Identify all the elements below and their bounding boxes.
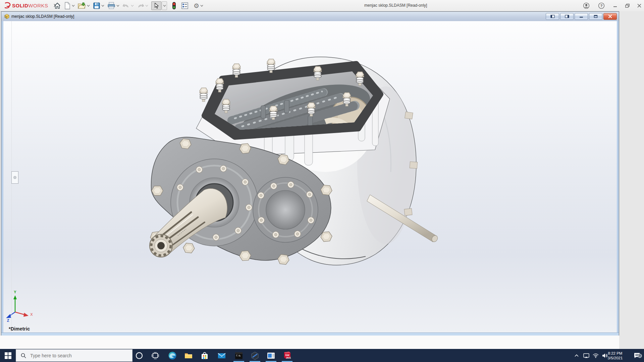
restore-icon	[625, 3, 630, 8]
doc-border-right	[617, 21, 619, 335]
triad-x-label: X	[30, 312, 33, 316]
doc-minimize-button[interactable]	[575, 13, 588, 20]
minimize-button[interactable]	[611, 2, 619, 10]
taskbar-item-media-app[interactable]	[264, 349, 278, 362]
taskbar-item-solidworks[interactable]: SW 2021	[280, 349, 294, 362]
save-dropdown[interactable]	[101, 5, 104, 7]
home-button[interactable]	[54, 2, 61, 9]
options-dropdown[interactable]	[200, 5, 203, 7]
document-window: menjac sklop.SLDASM [Read-only]	[1, 11, 619, 336]
taskbar-item-command-prompt[interactable]: C:\	[232, 349, 246, 362]
start-button[interactable]	[1, 349, 15, 362]
wifi-icon	[593, 353, 599, 358]
app-titlebar: SOLIDWORKS	[0, 0, 644, 11]
account-button[interactable]	[582, 2, 590, 10]
select-tool[interactable]	[151, 1, 167, 10]
mail-icon	[217, 351, 226, 360]
search-icon	[21, 353, 26, 358]
taskbar-item-task-view[interactable]	[149, 349, 162, 362]
brand-solid: SOLID	[12, 3, 28, 8]
select-tool-dropdown[interactable]	[162, 1, 167, 10]
select-tool-active-box[interactable]	[151, 1, 161, 10]
tray-wireless-display[interactable]	[582, 349, 591, 362]
graphics-viewport[interactable]: Y X Z *Dimetric	[3, 21, 617, 333]
new-document-dropdown[interactable]	[72, 5, 75, 7]
doc-close-button[interactable]	[603, 13, 617, 20]
undo-dropdown[interactable]	[131, 5, 134, 7]
taskbar-item-cortana[interactable]	[132, 349, 146, 362]
selection-toggle-button[interactable]	[172, 2, 176, 10]
tray-time: 8:22 PM	[606, 351, 625, 356]
collapse-left-pane-button[interactable]	[546, 13, 559, 20]
taskbar-item-edge[interactable]	[166, 349, 179, 362]
app-background-right	[619, 11, 644, 349]
cursor-icon	[154, 3, 159, 9]
open-dropdown[interactable]	[87, 5, 90, 7]
svg-text:2021: 2021	[286, 357, 291, 359]
solidworks-logo: SOLIDWORKS	[3, 1, 57, 9]
gear-icon: ⚙	[194, 2, 199, 9]
hexagon-app-icon	[251, 351, 259, 360]
brand-works: WORKS	[28, 3, 48, 8]
edge-icon	[168, 351, 177, 360]
cortana-icon	[135, 352, 143, 360]
options-button[interactable]: ⚙	[194, 2, 203, 9]
doc-restore-button[interactable]	[589, 13, 602, 20]
cast-icon	[583, 353, 589, 358]
close-button[interactable]	[635, 2, 643, 10]
open-folder-icon	[78, 2, 86, 9]
home-icon	[54, 2, 61, 9]
view-orientation-label: *Dimetric	[9, 326, 30, 331]
tray-network[interactable]	[591, 349, 600, 362]
form-list-icon	[181, 2, 189, 9]
search-input[interactable]	[30, 353, 115, 359]
taskbar-item-file-explorer[interactable]	[182, 349, 195, 362]
orientation-triad: Y X Z	[6, 290, 33, 322]
solidworks-2021-icon: SW 2021	[282, 351, 292, 360]
chevron-up-icon	[575, 354, 579, 357]
tray-clock[interactable]: 8:22 PM 3/5/2021	[606, 349, 625, 362]
taskbar-item-hexagon-app[interactable]	[248, 349, 262, 362]
task-view-icon	[151, 352, 159, 360]
svg-text:?: ?	[600, 4, 603, 8]
feature-tree-collapse-tab[interactable]	[11, 171, 18, 184]
tray-show-hidden-icons[interactable]	[572, 349, 581, 362]
dassault-3ds-logo-icon	[3, 2, 12, 9]
taskbar-search[interactable]	[16, 349, 132, 362]
document-title: menjac sklop.SLDASM [Read-only]	[11, 12, 74, 21]
media-app-icon	[267, 351, 275, 360]
undo-icon	[122, 2, 130, 9]
open-button[interactable]	[78, 2, 90, 9]
print-button[interactable]	[107, 2, 119, 9]
file-explorer-icon	[184, 351, 193, 360]
document-titlebar[interactable]: menjac sklop.SLDASM [Read-only]	[1, 12, 619, 21]
svg-text:SW: SW	[285, 354, 289, 357]
quick-access-toolbar: ⚙	[54, 1, 206, 10]
gearbox-3d-model[interactable]: Y X Z	[3, 21, 617, 333]
assembly-document-icon	[4, 14, 10, 19]
windows-logo-icon	[5, 352, 11, 359]
app-background-bottom	[0, 336, 619, 349]
save-button[interactable]	[93, 2, 104, 9]
print-dropdown[interactable]	[116, 5, 119, 7]
tray-date: 3/5/2021	[606, 356, 625, 360]
restore-button[interactable]	[623, 2, 631, 10]
minimize-icon	[613, 3, 618, 8]
task-scheduler-button[interactable]	[181, 2, 189, 9]
redo-button[interactable]	[137, 2, 148, 9]
app-window-title: menjac sklop.SLDASM [Read-only]	[364, 0, 427, 11]
print-icon	[107, 2, 115, 9]
collapse-right-pane-button[interactable]	[560, 13, 574, 20]
save-icon	[93, 2, 100, 9]
triad-z-label: Z	[7, 318, 9, 322]
new-document-button[interactable]	[64, 2, 75, 9]
triad-y-label: Y	[14, 290, 16, 294]
undo-button[interactable]	[122, 2, 134, 9]
taskbar-item-store[interactable]	[198, 349, 211, 362]
notification-count-badge: 3	[638, 354, 642, 358]
help-icon: ?	[598, 2, 605, 9]
traffic-light-icon	[172, 2, 176, 10]
taskbar-item-mail[interactable]	[215, 349, 228, 362]
redo-dropdown[interactable]	[145, 5, 148, 7]
help-button[interactable]: ?	[597, 2, 605, 10]
